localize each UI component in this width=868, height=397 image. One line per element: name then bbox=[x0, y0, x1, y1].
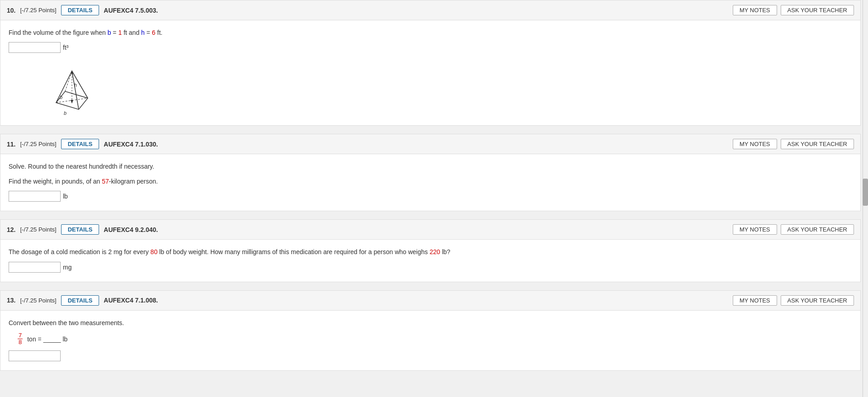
question-11-number: 11. bbox=[7, 141, 15, 148]
question-13-number: 13. bbox=[7, 297, 15, 304]
question-10-answer-input[interactable] bbox=[9, 42, 61, 53]
svg-marker-11 bbox=[71, 70, 73, 74]
val-h: 6 bbox=[152, 29, 156, 36]
question-13-details-button[interactable]: DETAILS bbox=[61, 295, 100, 306]
question-10-body: Find the volume of the figure when b = 1… bbox=[0, 20, 860, 125]
question-13-input-row bbox=[9, 350, 852, 361]
svg-text:h: h bbox=[74, 82, 77, 88]
question-11-answer-input[interactable] bbox=[9, 191, 61, 202]
question-11-details-button[interactable]: DETAILS bbox=[61, 139, 100, 149]
question-13-answer-input[interactable] bbox=[9, 350, 61, 361]
question-10-details-button[interactable]: DETAILS bbox=[61, 5, 100, 15]
question-11-input-row: lb bbox=[9, 191, 852, 202]
question-11-body: Solve. Round to the nearest hundredth if… bbox=[0, 154, 860, 211]
svg-line-1 bbox=[56, 71, 72, 103]
question-11-text-1: Solve. Round to the nearest hundredth if… bbox=[9, 161, 852, 171]
question-10-header-right: MY NOTES ASK YOUR TEACHER bbox=[733, 5, 854, 15]
question-10-ask-teacher-button[interactable]: ASK YOUR TEACHER bbox=[781, 5, 854, 15]
val-b: 1 bbox=[118, 29, 122, 36]
scrollbar-thumb[interactable] bbox=[863, 179, 868, 206]
question-11-header-right: MY NOTES ASK YOUR TEACHER bbox=[733, 139, 854, 149]
question-10-my-notes-button[interactable]: MY NOTES bbox=[733, 5, 777, 15]
fraction-numerator: 7 bbox=[18, 332, 23, 339]
question-11-header: 11. [-/7.25 Points] DETAILS AUFEXC4 7.1.… bbox=[0, 134, 860, 154]
question-13-my-notes-button[interactable]: MY NOTES bbox=[733, 295, 777, 306]
question-10-points: [-/7.25 Points] bbox=[20, 7, 56, 14]
question-12-ask-teacher-button[interactable]: ASK YOUR TEACHER bbox=[781, 224, 854, 235]
question-13-ask-teacher-button[interactable]: ASK YOUR TEACHER bbox=[781, 295, 854, 306]
pyramid-diagram: h b b bbox=[45, 57, 99, 116]
question-10-number: 10. bbox=[7, 7, 15, 14]
question-12-text: The dosage of a cold medication is 2 mg … bbox=[9, 247, 852, 257]
svg-marker-12 bbox=[71, 100, 73, 104]
question-13-header-right: MY NOTES ASK YOUR TEACHER bbox=[733, 295, 854, 306]
question-13-header: 13. [-/7.25 Points] DETAILS AUFEXC4 7.1.… bbox=[0, 291, 860, 311]
question-12-header: 12. [-/7.25 Points] DETAILS AUFEXC4 9.2.… bbox=[0, 220, 860, 240]
question-10: 10. [-/7.25 Points] DETAILS AUFEXC4 7.5.… bbox=[0, 0, 861, 126]
scrollbar-track bbox=[863, 0, 868, 397]
question-13-code: AUFEXC4 7.1.008. bbox=[104, 297, 728, 304]
question-13-body: Convert between the two measurements. 7 … bbox=[0, 311, 860, 370]
question-12-code: AUFEXC4 9.2.040. bbox=[104, 226, 728, 233]
question-10-figure: h b b bbox=[9, 57, 852, 116]
question-11-points: [-/7.25 Points] bbox=[20, 141, 56, 147]
question-11-unit: lb bbox=[63, 193, 68, 200]
question-12-header-right: MY NOTES ASK YOUR TEACHER bbox=[733, 224, 854, 235]
question-11-code: AUFEXC4 7.1.030. bbox=[104, 141, 728, 148]
question-12-input-row: mg bbox=[9, 262, 852, 273]
question-11-ask-teacher-button[interactable]: ASK YOUR TEACHER bbox=[781, 139, 854, 149]
svg-text:b: b bbox=[60, 95, 62, 100]
fraction-denominator: 8 bbox=[18, 339, 23, 345]
question-12-body: The dosage of a cold medication is 2 mg … bbox=[0, 240, 860, 281]
question-12-details-button[interactable]: DETAILS bbox=[61, 224, 100, 235]
val-220: 220 bbox=[430, 248, 440, 255]
svg-text:b: b bbox=[64, 110, 66, 116]
question-11: 11. [-/7.25 Points] DETAILS AUFEXC4 7.1.… bbox=[0, 134, 861, 211]
question-12-number: 12. bbox=[7, 226, 15, 233]
val-80: 80 bbox=[151, 248, 158, 255]
question-12-answer-input[interactable] bbox=[9, 262, 61, 273]
question-12-my-notes-button[interactable]: MY NOTES bbox=[733, 224, 777, 235]
question-13-convert-row: 7 8 ton = _____ lb bbox=[18, 332, 852, 346]
question-10-unit: ft³ bbox=[63, 44, 68, 51]
question-13: 13. [-/7.25 Points] DETAILS AUFEXC4 7.1.… bbox=[0, 290, 861, 371]
question-12: 12. [-/7.25 Points] DETAILS AUFEXC4 9.2.… bbox=[0, 219, 861, 282]
question-12-points: [-/7.25 Points] bbox=[20, 226, 56, 233]
question-11-text-2: Find the weight, in pounds, of an 57-kil… bbox=[9, 176, 852, 186]
fraction-7-8: 7 8 bbox=[18, 332, 23, 346]
question-10-input-row: ft³ bbox=[9, 42, 852, 53]
question-11-my-notes-button[interactable]: MY NOTES bbox=[733, 139, 777, 149]
question-10-text: Find the volume of the figure when b = 1… bbox=[9, 28, 852, 38]
question-13-points: [-/7.25 Points] bbox=[20, 297, 56, 304]
var-h: h bbox=[141, 29, 145, 36]
question-13-text: Convert between the two measurements. bbox=[9, 318, 852, 328]
question-12-unit: mg bbox=[63, 264, 71, 271]
svg-line-4 bbox=[65, 71, 72, 91]
question-10-code: AUFEXC4 7.5.003. bbox=[104, 7, 728, 14]
var-b: b bbox=[108, 29, 111, 36]
question-10-header: 10. [-/7.25 Points] DETAILS AUFEXC4 7.5.… bbox=[0, 0, 860, 20]
convert-text-ton: ton = _____ lb bbox=[27, 336, 67, 343]
val-kg: 57 bbox=[102, 178, 109, 185]
